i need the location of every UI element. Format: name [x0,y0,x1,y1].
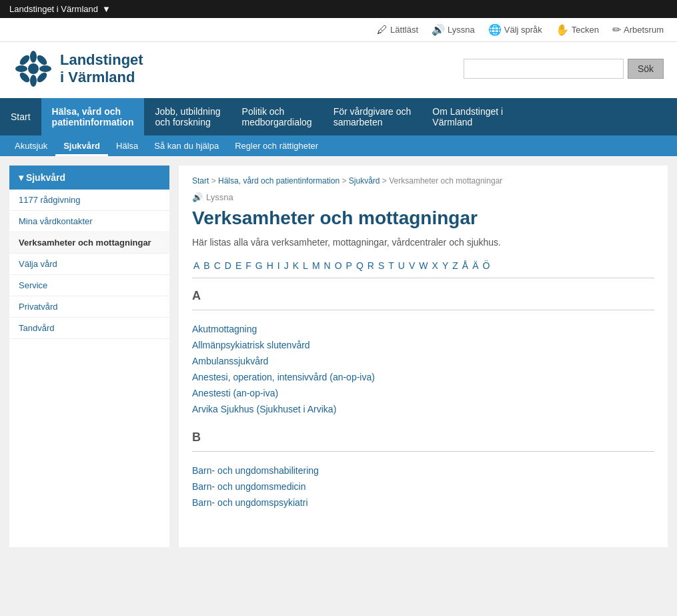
entry-akutmottagning[interactable]: Akutmottagning [192,321,654,337]
alpha-P[interactable]: P [345,260,354,271]
alpha-N[interactable]: N [323,260,332,271]
section-divider-top [192,278,654,278]
lattlast-btn[interactable]: 🖊 Lättläst [377,24,418,36]
main-content: Start > Hälsa, vård och patientinformati… [179,166,668,547]
listen-button[interactable]: 🔊 Lyssna [192,192,654,202]
nav-vardgivare[interactable]: För vårdgivare ochsamarbeten [323,98,422,135]
subnav-sjukvard[interactable]: Sjukvård [55,135,108,156]
hand-icon: ✋ [556,23,569,36]
alpha-I[interactable]: I [276,260,281,271]
nav-start[interactable]: Start [0,98,41,135]
alpha-H[interactable]: H [265,260,275,271]
speaker-icon: 🔊 [192,192,203,202]
subnav-sa-kan[interactable]: Så kan du hjälpa [146,135,227,156]
entry-ambulans[interactable]: Ambulanssjukvård [192,353,654,369]
valj-sprak-btn[interactable]: 🌐 Välj språk [488,23,542,36]
breadcrumb-halsa[interactable]: Hälsa, vård och patientinformation [218,176,340,186]
alpha-J[interactable]: J [283,260,290,271]
breadcrumb-start[interactable]: Start [192,176,209,186]
alpha-K[interactable]: K [291,260,300,271]
alpha-Z[interactable]: Z [451,260,460,271]
entry-barn-psykiatri[interactable]: Barn- och ungdomspsykiatri [192,495,654,511]
alpha-A[interactable]: A [192,260,201,271]
svg-point-0 [28,63,39,74]
alpha-V[interactable]: V [408,260,416,271]
sub-nav: Akutsjuk Sjukvård Hälsa Så kan du hjälpa… [0,135,677,156]
alpha-S[interactable]: S [377,260,386,271]
search-button[interactable]: Sök [628,59,664,79]
sidebar-item-tandvard[interactable]: Tandvård [9,318,169,339]
alpha-X[interactable]: X [431,260,440,271]
alpha-Q[interactable]: Q [355,260,365,271]
alpha-R[interactable]: R [366,260,376,271]
alpha-D[interactable]: D [223,260,233,271]
alpha-AA[interactable]: Å [461,260,470,271]
alpha-E[interactable]: E [234,260,243,271]
sidebar-item-valja[interactable]: Välja vård [9,254,169,275]
alpha-OE[interactable]: Ö [481,260,491,271]
tecken-label: Tecken [572,25,599,35]
arbetsrum-btn[interactable]: ✏ Arbetsrum [612,23,664,36]
lyssna-btn[interactable]: 🔊 Lyssna [432,23,475,36]
subnav-halsa[interactable]: Hälsa [108,135,146,156]
search-area: Sök [464,59,664,79]
main-nav: Start Hälsa, vård ochpatientinformation … [0,98,677,135]
entry-anestesti[interactable]: Anestesti (an-op-iva) [192,385,654,401]
alphabet-nav: A B C D E F G H I J K L M N O P Q R S T … [192,260,654,271]
entry-arvika[interactable]: Arvika Sjukhus (Sjukhuset i Arvika) [192,401,654,417]
alpha-T[interactable]: T [387,260,396,271]
entry-barn-habilitering[interactable]: Barn- och ungdomshabilitering [192,463,654,479]
logo-flower-icon [13,49,53,89]
sidebar-item-privatvard[interactable]: Privatvård [9,296,169,318]
alpha-C[interactable]: C [213,260,222,271]
section-A-letter: A [192,289,654,303]
entry-anestesi-op-iva[interactable]: Anestesi, operation, intensivvård (an-op… [192,369,654,385]
alpha-L[interactable]: L [301,260,309,271]
svg-point-5 [18,53,31,67]
valj-sprak-label: Välj språk [504,25,542,35]
sidebar-item-mina[interactable]: Mina vårdkontakter [9,211,169,232]
sidebar-item-verksamheter[interactable]: Verksamheter och mottagningar [9,232,169,254]
svg-point-6 [35,71,49,84]
alpha-W[interactable]: W [418,260,429,271]
svg-point-8 [18,71,31,84]
nav-om[interactable]: Om Landstinget iVärmland [422,98,514,135]
utility-bar: 🖊 Lättläst 🔊 Lyssna 🌐 Välj språk ✋ Tecke… [0,18,677,42]
logo-area: Landstinget i Värmland [13,49,143,89]
sidebar-item-service[interactable]: Service [9,275,169,296]
alpha-B[interactable]: B [202,260,211,271]
listen-label: Lyssna [206,192,233,202]
alpha-AE[interactable]: Ä [471,260,480,271]
alpha-U[interactable]: U [397,260,406,271]
nav-jobb[interactable]: Jobb, utbildningoch forskning [144,98,231,135]
entry-barn-medicin[interactable]: Barn- och ungdomsmedicin [192,479,654,495]
tecken-btn[interactable]: ✋ Tecken [556,23,599,36]
breadcrumb-sjukvard[interactable]: Sjukvård [349,176,380,186]
logo-line2: i Värmland [60,69,143,86]
svg-point-1 [30,51,37,63]
lyssna-label: Lyssna [448,25,475,35]
alpha-Y[interactable]: Y [441,260,450,271]
logo-text: Landstinget i Värmland [60,51,143,87]
arbetsrum-label: Arbetsrum [624,25,664,35]
subnav-regler[interactable]: Regler och rättigheter [227,135,326,156]
subnav-akutsjuk[interactable]: Akutsjuk [7,135,55,156]
svg-point-7 [35,53,49,67]
logo-line1: Landstinget [60,51,143,69]
search-input[interactable] [464,59,624,79]
dropdown-arrow[interactable]: ▼ [102,4,111,14]
entry-allmanpsykiatrisk[interactable]: Allmänpsykiatrisk slutenvård [192,337,654,353]
section-B-letter: B [192,430,654,444]
alpha-F[interactable]: F [244,260,253,271]
sidebar-item-1177[interactable]: 1177 rådgivning [9,190,169,211]
lattlast-label: Lättläst [390,25,418,35]
alpha-G[interactable]: G [254,260,264,271]
site-name-label: Landstinget i Värmland [9,4,98,14]
alpha-M[interactable]: M [311,260,321,271]
section-divider-B [192,451,654,452]
sidebar-header: ▾ Sjukvård [9,166,169,190]
page-title: Verksamheter och mottagningar [192,208,654,229]
nav-politik[interactable]: Politik ochmedborgardialog [231,98,323,135]
nav-halsa-vard[interactable]: Hälsa, vård ochpatientinformation [41,98,145,135]
alpha-O[interactable]: O [333,260,344,271]
